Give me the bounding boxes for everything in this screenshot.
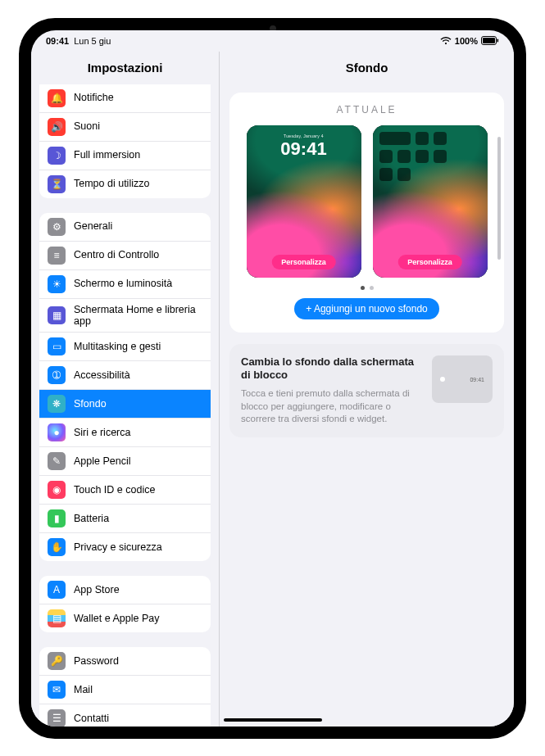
grid-icon: ▦ (48, 306, 66, 324)
sidebar-title: Impostazioni (31, 52, 220, 84)
sidebar-item-batteria[interactable]: ▮Batteria (39, 504, 211, 532)
current-wallpaper-card: ATTUALE Tuesday, January 4 09:41 Persona… (229, 93, 504, 333)
lock-date: Tuesday, January 4 (284, 134, 324, 138)
gear-icon: ⚙ (48, 218, 66, 236)
sidebar-item-label: Siri e ricerca (74, 427, 202, 438)
sidebar-item-notifiche[interactable]: 🔔Notifiche (39, 84, 211, 112)
accessibility-icon: ➀ (48, 366, 66, 384)
status-date: Lun 5 giu (74, 36, 111, 46)
fingerprint-icon: ◉ (48, 481, 66, 499)
add-wallpaper-button[interactable]: + Aggiungi un nuovo sfondo (294, 298, 438, 319)
sidebar-item-label: Sfondo (74, 398, 202, 410)
wifi-icon (440, 37, 452, 45)
sidebar-item-label: Suoni (74, 120, 202, 132)
settings-sidebar[interactable]: 🔔Notifiche🔊Suoni☽Full immersion⏳Tempo di… (31, 84, 220, 727)
sidebar-item-label: Privacy e sicurezza (74, 541, 202, 553)
brightness-icon: ☀ (48, 275, 66, 293)
tip-thumb-time: 09:41 (470, 376, 484, 382)
customize-home-button[interactable]: Personalizza (397, 255, 462, 269)
sidebar-item-schermata-home-e-libreria-app[interactable]: ▦Schermata Home e libreria app (39, 298, 211, 333)
sidebar-item-sfondo[interactable]: ❋Sfondo (39, 389, 211, 418)
sidebar-group: 🔑Password✉Mail☰Contatti▦Calendario (39, 647, 211, 726)
multitask-icon: ▭ (48, 337, 66, 355)
status-bar: 09:41 Lun 5 giu 100% (31, 30, 514, 52)
battery-icon: ▮ (48, 509, 66, 527)
sidebar-item-siri-e-ricerca[interactable]: ●Siri e ricerca (39, 418, 211, 446)
pencil-icon: ✎ (48, 452, 66, 470)
home-screen-preview[interactable]: Personalizza (373, 125, 488, 278)
sidebar-item-mail[interactable]: ✉Mail (39, 675, 211, 704)
sidebar-item-centro-di-controllo[interactable]: ≡Centro di Controllo (39, 241, 211, 269)
screen: 09:41 Lun 5 giu 100% Impostazioni Sfondo (31, 30, 514, 727)
sidebar-item-label: Contatti (74, 713, 202, 724)
lock-screen-tip-card: Cambia lo sfondo dalla schermata di bloc… (229, 344, 504, 437)
page-dot[interactable] (361, 286, 365, 290)
battery-pct: 100% (455, 36, 478, 46)
hand-icon: ✋ (48, 538, 66, 556)
headers: Impostazioni Sfondo (31, 52, 514, 84)
sidebar-item-label: Tempo di utilizzo (74, 178, 202, 189)
svg-rect-1 (483, 38, 495, 43)
sidebar-item-full-immersion[interactable]: ☽Full immersion (39, 141, 211, 170)
flower-icon: ❋ (48, 395, 66, 413)
sidebar-item-app-store[interactable]: AApp Store (39, 576, 211, 604)
lock-time: 09:41 (280, 140, 326, 158)
sidebar-item-apple-pencil[interactable]: ✎Apple Pencil (39, 446, 211, 475)
battery-status-icon (481, 36, 499, 45)
sidebar-item-contatti[interactable]: ☰Contatti (39, 704, 211, 726)
sidebar-item-suoni[interactable]: 🔊Suoni (39, 112, 211, 141)
speaker-icon: 🔊 (48, 118, 66, 136)
sidebar-item-label: Notifiche (74, 92, 202, 103)
sidebar-item-schermo-e-luminosit[interactable]: ☀Schermo e luminosità (39, 269, 211, 298)
sidebar-item-label: Multitasking e gesti (74, 341, 202, 352)
sidebar-item-generali[interactable]: ⚙Generali (39, 213, 211, 241)
tip-title: Cambia lo sfondo dalla schermata di bloc… (241, 355, 420, 383)
scroll-indicator[interactable] (497, 137, 501, 260)
sidebar-group: AApp Store▤Wallet e Apple Pay (39, 576, 211, 632)
sidebar-item-label: Apple Pencil (74, 455, 202, 467)
sidebar-item-label: Schermata Home e libreria app (74, 304, 202, 328)
svg-rect-2 (497, 39, 499, 43)
bezel: 09:41 Lun 5 giu 100% Impostazioni Sfondo (19, 18, 526, 739)
sidebar-item-label: Full immersion (74, 149, 202, 161)
contacts-icon: ☰ (48, 709, 66, 726)
appstore-icon: A (48, 581, 66, 599)
device-frame: 09:41 Lun 5 giu 100% Impostazioni Sfondo (0, 0, 545, 756)
sidebar-group: ⚙Generali≡Centro di Controllo☀Schermo e … (39, 213, 211, 562)
page-dots (241, 286, 493, 290)
sidebar-item-touch-id-e-codice[interactable]: ◉Touch ID e codice (39, 475, 211, 504)
sidebar-item-label: Touch ID e codice (74, 484, 202, 496)
tip-description: Tocca e tieni premuto dalla schermata di… (241, 387, 420, 426)
current-label: ATTUALE (241, 104, 493, 115)
sidebar-item-accessibilit[interactable]: ➀Accessibilità (39, 360, 211, 389)
status-time: 09:41 (46, 36, 69, 46)
bell-icon: 🔔 (48, 89, 66, 107)
sidebar-group: 🔔Notifiche🔊Suoni☽Full immersion⏳Tempo di… (39, 84, 211, 198)
page-dot[interactable] (370, 286, 374, 290)
sidebar-item-password[interactable]: 🔑Password (39, 647, 211, 675)
moon-icon: ☽ (48, 147, 66, 165)
sidebar-item-label: Password (74, 655, 202, 667)
sidebar-item-label: Batteria (74, 513, 202, 524)
customize-lock-button[interactable]: Personalizza (271, 255, 336, 269)
toggles-icon: ≡ (48, 247, 66, 265)
hourglass-icon: ⏳ (48, 175, 66, 193)
sidebar-item-multitasking-e-gesti[interactable]: ▭Multitasking e gesti (39, 332, 211, 360)
sidebar-item-privacy-e-sicurezza[interactable]: ✋Privacy e sicurezza (39, 532, 211, 561)
siri-icon: ● (48, 423, 66, 441)
home-indicator[interactable] (224, 718, 322, 722)
detail-title: Sfondo (220, 52, 514, 84)
tip-thumbnail: 09:41 (432, 355, 493, 403)
sidebar-item-label: Accessibilità (74, 369, 202, 381)
sidebar-item-wallet-e-apple-pay[interactable]: ▤Wallet e Apple Pay (39, 604, 211, 632)
sidebar-item-label: Mail (74, 684, 202, 695)
sidebar-item-label: App Store (74, 584, 202, 595)
sidebar-item-tempo-di-utilizzo[interactable]: ⏳Tempo di utilizzo (39, 170, 211, 198)
lock-screen-preview[interactable]: Tuesday, January 4 09:41 Personalizza (247, 125, 361, 278)
wallpaper-detail: ATTUALE Tuesday, January 4 09:41 Persona… (220, 84, 514, 727)
key-icon: 🔑 (48, 652, 66, 670)
mail-icon: ✉ (48, 681, 66, 699)
sidebar-item-label: Generali (74, 220, 202, 232)
wallet-icon: ▤ (48, 609, 66, 627)
home-icons (379, 132, 447, 181)
